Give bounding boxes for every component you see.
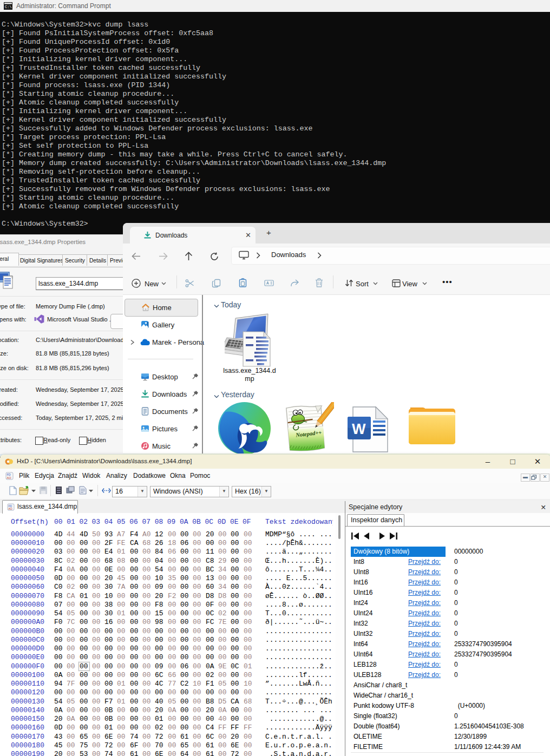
svg-text:C:\: C:\	[5, 5, 12, 9]
svg-text:AO: AO	[9, 507, 12, 510]
svg-text:AO: AO	[7, 476, 12, 479]
svg-text:W: W	[352, 421, 366, 437]
